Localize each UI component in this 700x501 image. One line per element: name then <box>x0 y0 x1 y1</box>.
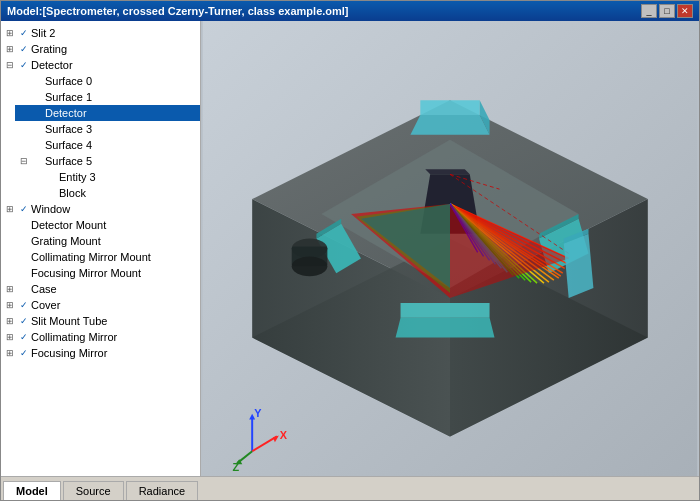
check-icon: ✓ <box>17 346 31 360</box>
tree-label: Collimating Mirror Mount <box>31 251 151 263</box>
expand-icon: ⊞ <box>3 26 17 40</box>
tree-label: Surface 4 <box>45 139 92 151</box>
3d-scene: Y X Z <box>201 21 699 476</box>
tree-item-slit-mount-tube[interactable]: ⊞ ✓ Slit Mount Tube <box>1 313 200 329</box>
tree-label: Detector Mount <box>31 219 106 231</box>
content-area: ⊞ ✓ Slit 2 ⊞ ✓ Grating ⊟ ✓ Detector Surf… <box>1 21 699 476</box>
tab-source[interactable]: Source <box>63 481 124 500</box>
expand-icon: ⊞ <box>3 202 17 216</box>
tree-label: Grating Mount <box>31 235 101 247</box>
tree-item-collimating-mirror-mount[interactable]: Collimating Mirror Mount <box>1 249 200 265</box>
tree-item-detector-child[interactable]: Detector <box>15 105 200 121</box>
titlebar: Model:[Spectrometer, crossed Czerny-Turn… <box>1 1 699 21</box>
tree-item-surface4[interactable]: Surface 4 <box>15 137 200 153</box>
tab-radiance[interactable]: Radiance <box>126 481 198 500</box>
check-icon <box>31 74 45 88</box>
expand-icon: ⊞ <box>3 282 17 296</box>
check-icon <box>45 186 59 200</box>
svg-point-14 <box>292 256 328 276</box>
expand-icon: ⊟ <box>17 154 31 168</box>
tree-item-surface5[interactable]: ⊟ Surface 5 <box>15 153 200 169</box>
tree-item-cover[interactable]: ⊞ ✓ Cover <box>1 297 200 313</box>
tree-label: Surface 0 <box>45 75 92 87</box>
expand-icon: ⊞ <box>3 314 17 328</box>
check-icon <box>31 106 45 120</box>
svg-marker-10 <box>396 318 495 338</box>
tree-label: Window <box>31 203 70 215</box>
svg-marker-45 <box>410 115 489 135</box>
expand-icon <box>31 170 45 184</box>
tree-item-grating[interactable]: ⊞ ✓ Grating <box>1 41 200 57</box>
window-controls: _ □ ✕ <box>641 4 693 18</box>
tree-label: Detector <box>31 59 73 71</box>
expand-icon <box>17 122 31 136</box>
tree-item-window[interactable]: ⊞ ✓ Window <box>1 201 200 217</box>
expand-icon <box>17 106 31 120</box>
check-icon <box>17 266 31 280</box>
expand-icon <box>3 218 17 232</box>
check-icon <box>17 250 31 264</box>
check-icon <box>31 154 45 168</box>
check-icon: ✓ <box>17 42 31 56</box>
tree-item-slit2[interactable]: ⊞ ✓ Slit 2 <box>1 25 200 41</box>
tree-item-surface3[interactable]: Surface 3 <box>15 121 200 137</box>
tree-item-surface1[interactable]: Surface 1 <box>15 89 200 105</box>
window-title: Model:[Spectrometer, crossed Czerny-Turn… <box>7 5 349 17</box>
minimize-button[interactable]: _ <box>641 4 657 18</box>
tree-item-focusing-mirror-mount[interactable]: Focusing Mirror Mount <box>1 265 200 281</box>
tree-label: Focusing Mirror <box>31 347 107 359</box>
expand-icon <box>3 266 17 280</box>
expand-icon: ⊟ <box>3 58 17 72</box>
tree-label: Collimating Mirror <box>31 331 117 343</box>
tree-item-collimating-mirror[interactable]: ⊞ ✓ Collimating Mirror <box>1 329 200 345</box>
expand-icon: ⊞ <box>3 42 17 56</box>
expand-icon <box>31 186 45 200</box>
tree-item-surface0[interactable]: Surface 0 <box>15 73 200 89</box>
tree-item-detector-parent[interactable]: ⊟ ✓ Detector <box>1 57 200 73</box>
tree-item-entity3[interactable]: Entity 3 <box>29 169 200 185</box>
tree-label: Case <box>31 283 57 295</box>
tree-item-focusing-mirror[interactable]: ⊞ ✓ Focusing Mirror <box>1 345 200 361</box>
check-icon <box>17 282 31 296</box>
check-icon <box>17 234 31 248</box>
check-icon: ✓ <box>17 26 31 40</box>
expand-icon <box>3 250 17 264</box>
tree-label: Slit 2 <box>31 27 55 39</box>
svg-marker-46 <box>420 100 479 115</box>
tree-label: Slit Mount Tube <box>31 315 107 327</box>
tree-item-detector-mount[interactable]: Detector Mount <box>1 217 200 233</box>
check-icon: ✓ <box>17 58 31 72</box>
expand-icon <box>3 234 17 248</box>
tree-item-grating-mount[interactable]: Grating Mount <box>1 233 200 249</box>
tree-label: Block <box>59 187 86 199</box>
svg-marker-16 <box>425 169 470 174</box>
tree-label: Surface 1 <box>45 91 92 103</box>
tab-model[interactable]: Model <box>3 481 61 500</box>
check-icon <box>17 218 31 232</box>
tree-item-case[interactable]: ⊞ Case <box>1 281 200 297</box>
expand-icon: ⊞ <box>3 346 17 360</box>
tree-label: Surface 5 <box>45 155 92 167</box>
main-window: Model:[Spectrometer, crossed Czerny-Turn… <box>0 0 700 501</box>
tree-label: Detector <box>45 107 87 119</box>
expand-icon <box>17 90 31 104</box>
close-button[interactable]: ✕ <box>677 4 693 18</box>
check-icon <box>31 90 45 104</box>
3d-viewport[interactable]: Y X Z <box>201 21 699 476</box>
svg-text:X: X <box>280 429 288 441</box>
check-icon <box>31 138 45 152</box>
expand-icon <box>17 74 31 88</box>
expand-icon: ⊞ <box>3 330 17 344</box>
svg-marker-11 <box>401 303 490 318</box>
check-icon: ✓ <box>17 314 31 328</box>
tree-item-block[interactable]: Block <box>29 185 200 201</box>
tree-panel: ⊞ ✓ Slit 2 ⊞ ✓ Grating ⊟ ✓ Detector Surf… <box>1 21 201 476</box>
tree-label: Entity 3 <box>59 171 96 183</box>
check-icon <box>31 122 45 136</box>
tree-label: Focusing Mirror Mount <box>31 267 141 279</box>
tree-label: Surface 3 <box>45 123 92 135</box>
svg-text:Z: Z <box>232 461 239 473</box>
svg-text:Y: Y <box>254 407 262 419</box>
check-icon: ✓ <box>17 202 31 216</box>
maximize-button[interactable]: □ <box>659 4 675 18</box>
